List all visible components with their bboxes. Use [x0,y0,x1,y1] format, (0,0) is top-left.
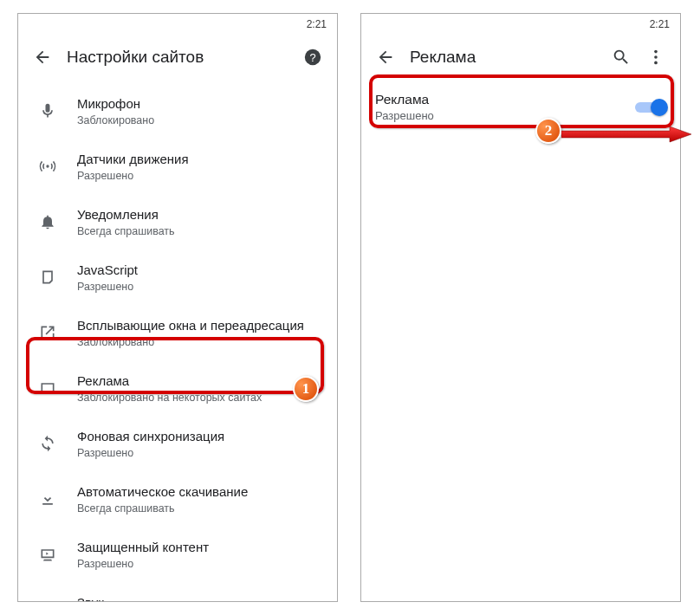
setting-label: JavaScript [77,262,323,279]
setting-label: Микрофон [77,95,323,113]
overflow-menu-button[interactable] [638,40,673,74]
status-bar: 2:21 [18,14,337,35]
setting-background-sync[interactable]: Фоновая синхронизация Разрешено [18,416,337,471]
ads-icon [30,379,65,397]
setting-sub: Разрешено [77,281,323,293]
setting-microphone[interactable]: Микрофон Заблокировано [18,83,337,139]
svg-point-2 [654,50,658,54]
help-button[interactable]: ? [295,40,330,74]
setting-label: Уведомления [77,206,323,223]
bell-icon [30,213,65,230]
setting-notifications[interactable]: Уведомления Всегда спрашивать [18,194,337,249]
setting-ads[interactable]: Реклама Заблокировано на некоторых сайта… [18,360,337,416]
popup-icon [30,324,65,341]
page-title: Реклама [403,48,604,67]
svg-point-4 [654,62,658,65]
status-time: 2:21 [307,18,327,30]
setting-javascript[interactable]: JavaScript Разрешено [18,249,337,305]
setting-sub: Заблокировано [77,336,323,348]
javascript-icon [30,269,65,286]
setting-motion-sensors[interactable]: Датчики движения Разрешено [18,139,337,194]
svg-text:?: ? [309,51,315,64]
setting-label: Датчики движения [77,151,323,168]
setting-popups[interactable]: Всплывающие окна и переадресация Заблоки… [18,305,337,360]
download-icon [30,490,65,508]
back-button[interactable] [368,40,403,74]
protected-content-icon [30,546,65,563]
status-time: 2:21 [650,18,670,30]
ads-switch[interactable] [635,99,666,116]
setting-sub: Заблокировано на некоторых сайтах [77,392,323,404]
phone-left: 2:21 Настройки сайтов ? Микрофон Заблоки… [17,13,338,602]
setting-label: Автоматическое скачивание [77,483,323,501]
search-button[interactable] [604,40,638,74]
status-bar: 2:21 [361,14,680,35]
toggle-sub: Разрешено [375,109,635,122]
setting-protected-content[interactable]: Защищенный контент Разрешено [18,527,337,582]
setting-label: Фоновая синхронизация [77,428,323,445]
setting-sound[interactable]: Звук Разрешено [18,582,337,602]
setting-sub: Всегда спрашивать [77,225,323,237]
settings-list: Микрофон Заблокировано Датчики движения … [18,80,337,602]
setting-auto-download[interactable]: Автоматическое скачивание Всегда спрашив… [18,471,337,527]
setting-sub: Разрешено [77,558,323,570]
phone-right: 2:21 Реклама Реклама Разрешено [360,13,681,602]
sound-icon [30,601,65,602]
app-bar: Реклама [361,35,680,80]
mic-icon [30,102,65,120]
setting-sub: Разрешено [77,170,323,182]
setting-label: Реклама [77,372,323,390]
svg-point-3 [654,55,658,59]
setting-label: Звук [77,594,323,602]
ads-toggle-row[interactable]: Реклама Разрешено [361,80,680,134]
app-bar: Настройки сайтов ? [18,35,337,80]
sensors-icon [30,158,65,175]
sync-icon [30,435,65,452]
page-title: Настройки сайтов [60,48,295,67]
setting-sub: Всегда спрашивать [77,502,323,515]
setting-sub: Разрешено [77,447,323,459]
back-button[interactable] [25,40,60,74]
setting-label: Защищенный контент [77,539,323,556]
setting-label: Всплывающие окна и переадресация [77,317,323,334]
toggle-label: Реклама [375,92,635,107]
setting-sub: Заблокировано [77,114,323,126]
